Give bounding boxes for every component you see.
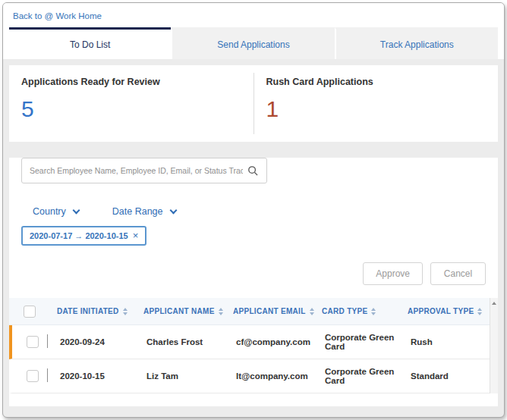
tab-label: Send Applications [217,39,289,50]
cell-card-type: Corporate Green Card [325,333,411,351]
tab-label: To Do List [70,39,110,50]
tab-to-do-list[interactable]: To Do List [9,27,171,59]
cell-approval-type: Standard [411,371,489,381]
scroll-up-icon[interactable] [492,302,496,305]
cell-date-initiated: 2020-09-24 [60,337,146,346]
cell-applicant-name: Liz Tam [146,371,236,381]
actions-row: Approve Cancel [21,262,486,285]
tab-send-applications[interactable]: Send Applications [171,27,334,59]
country-dropdown-label: Country [33,206,66,217]
row-expand-cell [47,335,60,349]
tab-track-applications[interactable]: Track Applications [335,27,498,59]
row-checkbox[interactable] [27,336,39,348]
sort-icon[interactable] [123,308,128,315]
ready-count: 5 [21,96,241,122]
app-window: Back to @ Work Home To Do List Send Appl… [2,2,505,418]
row-checkbox-cell [27,336,47,348]
cell-applicant-email: cf@company.com [236,337,325,346]
tab-label: Track Applications [380,39,454,50]
sort-icon[interactable] [310,308,314,315]
row-checkbox-cell [27,370,47,382]
chevron-right-icon[interactable] [47,368,48,382]
close-icon[interactable]: × [133,232,139,240]
sort-icon[interactable] [477,308,482,315]
chevron-down-icon [72,206,80,214]
back-to-work-home-link[interactable]: Back to @ Work Home [3,11,504,20]
sort-icon[interactable] [371,308,376,315]
cancel-button[interactable]: Cancel [430,262,486,285]
column-applicant-email[interactable]: APPLICANT EMAIL [233,307,322,315]
filters-row: Country Date Range [33,206,486,217]
stats-panel: Applications Ready for Review 5 Rush Car… [9,65,498,142]
date-range-chip[interactable]: 2020-07-17 → 2020-10-15 × [21,226,146,246]
date-range-dropdown-label: Date Range [112,206,163,217]
search-input[interactable] [30,166,243,175]
column-label: CARD TYPE [322,307,367,315]
row-checkbox[interactable] [27,370,39,382]
row-expand-cell [47,369,60,383]
main-panel: Country Date Range 2020-07-17 → 2020-10-… [9,158,498,406]
chevron-down-icon [169,206,177,214]
table-row[interactable]: 2020-10-15 Liz Tam lt@company.com Corpor… [9,359,498,393]
approve-button[interactable]: Approve [363,262,423,285]
table-header-row: DATE INITIATED APPLICANT NAME APPLICANT … [9,298,498,325]
table-scrollbar[interactable] [490,298,498,393]
cell-applicant-email: lt@company.com [236,371,325,381]
sort-icon[interactable] [219,308,223,315]
column-date-initiated[interactable]: DATE INITIATED [57,307,143,315]
cell-applicant-name: Charles Frost [146,337,236,346]
tab-bar: To Do List Send Applications Track Appli… [9,27,498,59]
date-range-dropdown[interactable]: Date Range [112,206,176,217]
search-icon[interactable] [247,165,259,177]
cell-date-initiated: 2020-10-15 [60,371,146,381]
column-applicant-name[interactable]: APPLICANT NAME [143,307,233,315]
cell-approval-type: Rush [411,337,489,346]
stat-label: Rush Card Applications [266,77,487,87]
top-bar: Back to @ Work Home To Do List Send Appl… [3,3,504,59]
table-row[interactable]: 2020-09-24 Charles Frost cf@company.com … [9,325,498,359]
filter-chip-row: 2020-07-17 → 2020-10-15 × [21,226,486,246]
column-label: APPLICANT NAME [143,307,215,315]
header-checkbox-cell [24,306,44,318]
country-dropdown[interactable]: Country [33,206,79,217]
stat-label: Applications Ready for Review [21,77,241,87]
column-card-type[interactable]: CARD TYPE [322,307,408,315]
date-range-chip-label: 2020-07-17 → 2020-10-15 [30,231,128,240]
stat-ready-for-review: Applications Ready for Review 5 [9,65,254,142]
column-label: DATE INITIATED [57,307,119,315]
applications-table: DATE INITIATED APPLICANT NAME APPLICANT … [9,298,498,393]
select-all-checkbox[interactable] [24,306,36,318]
chevron-right-icon[interactable] [47,334,48,348]
column-label: APPLICANT EMAIL [233,307,306,315]
cell-card-type: Corporate Green Card [325,367,411,385]
stat-rush-applications: Rush Card Applications 1 [254,65,499,142]
column-label: APPROVAL TYPE [408,307,474,315]
rush-count: 1 [266,96,487,122]
column-approval-type[interactable]: APPROVAL TYPE [408,307,489,315]
search-box [21,158,267,183]
